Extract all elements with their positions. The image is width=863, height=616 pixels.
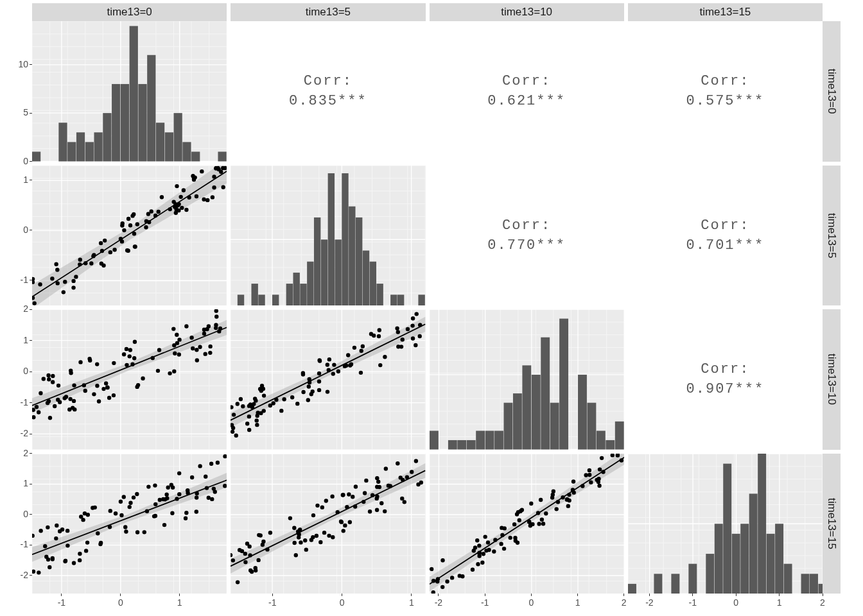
svg-point-92: [103, 238, 107, 242]
svg-point-139: [157, 209, 161, 213]
svg-point-450: [317, 388, 321, 392]
svg-point-115: [71, 278, 75, 282]
x-tick-label: 1: [772, 597, 787, 608]
row-strip: time13=0: [823, 21, 841, 162]
svg-point-813: [481, 551, 485, 555]
svg-point-694: [419, 480, 423, 484]
y-tick-label: -1: [9, 397, 28, 407]
svg-point-87: [62, 290, 65, 294]
svg-rect-37: [94, 132, 102, 161]
y-tick-label: 5: [9, 107, 28, 117]
svg-point-858: [596, 479, 600, 483]
svg-point-809: [470, 567, 474, 571]
svg-point-390: [372, 334, 376, 338]
svg-point-424: [418, 334, 422, 338]
svg-point-422: [245, 422, 249, 425]
y-tick-label: -1: [9, 275, 28, 285]
svg-point-814: [492, 549, 496, 553]
svg-point-385: [231, 405, 234, 409]
svg-point-108: [55, 268, 59, 271]
svg-point-789: [597, 483, 601, 487]
scatter-panel: [32, 166, 227, 306]
svg-point-569: [135, 530, 139, 534]
svg-point-309: [58, 400, 62, 404]
svg-point-686: [327, 533, 331, 537]
x-tick-label: 2: [616, 597, 632, 608]
svg-point-412: [283, 397, 286, 401]
svg-rect-511: [596, 431, 605, 449]
svg-point-312: [172, 343, 176, 347]
svg-point-598: [190, 475, 194, 479]
svg-point-806: [460, 574, 464, 578]
svg-rect-922: [801, 574, 809, 594]
svg-point-843: [513, 538, 517, 542]
svg-point-425: [260, 384, 264, 388]
y-tick-label: 2: [9, 448, 28, 458]
svg-point-718: [261, 542, 265, 546]
x-tick-label: 1: [570, 597, 586, 608]
svg-point-868: [529, 501, 533, 505]
svg-point-579: [177, 492, 181, 495]
y-tick-label: 0: [9, 509, 28, 519]
svg-rect-507: [559, 319, 568, 450]
svg-point-132: [200, 169, 204, 173]
svg-point-689: [257, 558, 261, 561]
svg-point-546: [32, 569, 35, 573]
svg-point-324: [88, 359, 92, 363]
row-strip: time13=15: [823, 454, 841, 594]
svg-point-299: [202, 332, 206, 336]
corr-value: 0.575***: [686, 93, 765, 109]
svg-point-448: [236, 402, 240, 406]
svg-point-109: [78, 257, 82, 261]
svg-point-304: [73, 407, 76, 411]
svg-point-332: [48, 416, 52, 420]
svg-point-391: [326, 363, 329, 366]
svg-point-547: [119, 513, 123, 517]
svg-rect-914: [731, 533, 740, 594]
svg-point-588: [78, 551, 82, 555]
svg-point-442: [309, 392, 313, 396]
svg-point-433: [247, 415, 251, 418]
svg-point-849: [480, 560, 484, 564]
svg-point-398: [302, 390, 306, 394]
svg-rect-34: [67, 142, 76, 161]
svg-point-847: [471, 549, 475, 552]
svg-point-162: [192, 175, 196, 179]
svg-point-141: [122, 228, 126, 232]
svg-point-419: [331, 372, 335, 375]
svg-point-389: [241, 404, 245, 408]
svg-point-584: [153, 483, 157, 487]
svg-point-861: [440, 558, 444, 561]
svg-point-337: [83, 389, 87, 393]
svg-point-96: [133, 244, 137, 248]
svg-point-683: [400, 496, 404, 500]
svg-point-712: [299, 540, 303, 544]
x-tick-label: -1: [477, 597, 493, 608]
svg-rect-506: [550, 403, 559, 450]
svg-point-333: [208, 345, 212, 348]
svg-point-269: [208, 351, 212, 355]
x-tick-label: -2: [641, 597, 657, 608]
svg-point-322: [72, 383, 76, 387]
svg-point-89: [71, 286, 75, 289]
y-tick-label: 1: [9, 335, 28, 345]
svg-point-693: [304, 547, 308, 551]
svg-point-149: [54, 262, 58, 266]
svg-point-615: [223, 484, 227, 488]
svg-point-825: [449, 576, 453, 579]
svg-point-590: [204, 474, 207, 478]
svg-point-721: [231, 552, 232, 556]
svg-rect-509: [578, 375, 587, 450]
svg-point-287: [51, 374, 55, 378]
x-tick-label: 0: [335, 597, 350, 608]
svg-point-340: [78, 360, 82, 364]
svg-point-711: [378, 484, 381, 488]
svg-point-274: [132, 356, 136, 360]
svg-point-163: [179, 194, 182, 198]
svg-point-392: [401, 338, 405, 341]
svg-point-137: [89, 261, 93, 265]
svg-point-296: [173, 352, 177, 355]
svg-rect-207: [301, 284, 307, 305]
corr-value: 0.701***: [686, 237, 765, 253]
scatter-panel: [32, 309, 227, 450]
